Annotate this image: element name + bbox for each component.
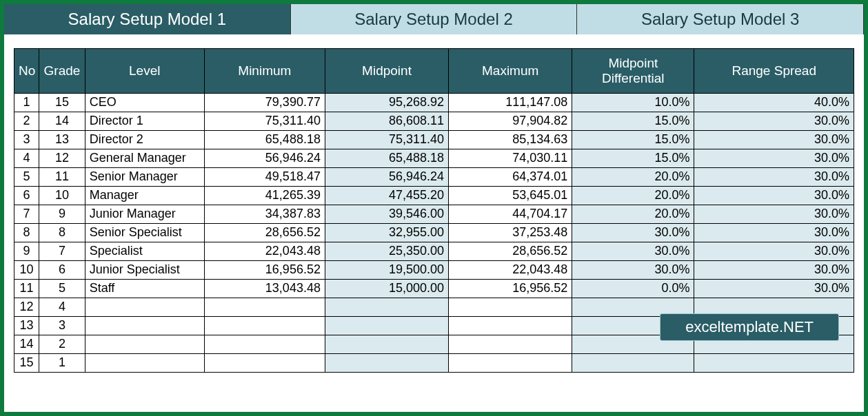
cell-mid: 19,500.00 — [325, 260, 448, 279]
header-no: No — [14, 49, 39, 94]
cell-level: Specialist — [85, 242, 204, 260]
cell-grade: 5 — [39, 279, 85, 298]
table-row: 79Junior Manager34,387.8339,546.0044,704… — [14, 205, 854, 223]
cell-no: 4 — [14, 149, 39, 167]
cell-min — [204, 298, 325, 316]
cell-diff: 0.0% — [572, 279, 694, 298]
cell-grade: 10 — [39, 186, 85, 205]
cell-level: General Manager — [85, 149, 204, 167]
cell-diff: 30.0% — [572, 260, 694, 279]
cell-no: 11 — [14, 279, 39, 298]
cell-spread: 30.0% — [694, 260, 854, 279]
cell-mid — [325, 316, 448, 335]
cell-spread: 30.0% — [694, 205, 854, 223]
cell-max: 111,147.08 — [449, 93, 572, 112]
cell-spread: 30.0% — [694, 279, 854, 298]
table-row: 412General Manager56,946.2465,488.1874,0… — [14, 149, 854, 167]
model-tabs: Salary Setup Model 1 Salary Setup Model … — [4, 4, 864, 34]
cell-max: 37,253.48 — [449, 223, 572, 242]
cell-max — [449, 316, 572, 335]
cell-mid: 95,268.92 — [325, 93, 448, 112]
tab-model-2[interactable]: Salary Setup Model 2 — [291, 4, 578, 34]
tab-model-1[interactable]: Salary Setup Model 1 — [4, 4, 291, 34]
cell-mid — [325, 335, 448, 353]
cell-grade: 6 — [39, 260, 85, 279]
cell-level: Junior Manager — [85, 205, 204, 223]
cell-no: 12 — [14, 298, 39, 316]
cell-no: 6 — [14, 186, 39, 205]
cell-max: 85,134.63 — [449, 130, 572, 149]
cell-max: 97,904.82 — [449, 112, 572, 130]
cell-spread: 40.0% — [694, 93, 854, 112]
cell-spread: 30.0% — [694, 149, 854, 167]
cell-grade: 8 — [39, 223, 85, 242]
cell-level — [85, 335, 204, 353]
cell-spread: 30.0% — [694, 112, 854, 130]
cell-diff: 15.0% — [572, 149, 694, 167]
cell-no: 15 — [14, 353, 39, 372]
cell-min: 22,043.48 — [204, 242, 325, 260]
cell-mid: 25,350.00 — [325, 242, 448, 260]
header-level: Level — [85, 49, 204, 94]
tab-model-3[interactable]: Salary Setup Model 3 — [577, 4, 864, 34]
cell-grade: 3 — [39, 316, 85, 335]
cell-level: Director 2 — [85, 130, 204, 149]
cell-grade: 14 — [39, 112, 85, 130]
cell-grade: 4 — [39, 298, 85, 316]
cell-mid: 39,546.00 — [325, 205, 448, 223]
cell-grade: 9 — [39, 205, 85, 223]
cell-min — [204, 335, 325, 353]
cell-mid: 47,455.20 — [325, 186, 448, 205]
table-row: 313Director 265,488.1875,311.4085,134.63… — [14, 130, 854, 149]
cell-spread — [694, 353, 854, 372]
table-row: 115CEO79,390.7795,268.92111,147.0810.0%4… — [14, 93, 854, 112]
cell-mid: 32,955.00 — [325, 223, 448, 242]
cell-grade: 12 — [39, 149, 85, 167]
table-row: 88Senior Specialist28,656.5232,955.0037,… — [14, 223, 854, 242]
cell-max — [449, 335, 572, 353]
table-row: 214Director 175,311.4086,608.1197,904.82… — [14, 112, 854, 130]
cell-max: 74,030.11 — [449, 149, 572, 167]
cell-level: Director 1 — [85, 112, 204, 130]
cell-grade: 13 — [39, 130, 85, 149]
cell-diff: 15.0% — [572, 130, 694, 149]
cell-level: CEO — [85, 93, 204, 112]
cell-spread: 30.0% — [694, 242, 854, 260]
table-row: 151 — [14, 353, 854, 372]
cell-mid: 15,000.00 — [325, 279, 448, 298]
cell-level: Junior Specialist — [85, 260, 204, 279]
cell-min: 16,956.52 — [204, 260, 325, 279]
cell-max: 28,656.52 — [449, 242, 572, 260]
watermark-label: exceltemplate.NET — [660, 313, 839, 341]
cell-no: 9 — [14, 242, 39, 260]
table-row: 97Specialist22,043.4825,350.0028,656.523… — [14, 242, 854, 260]
cell-grade: 2 — [39, 335, 85, 353]
header-grade: Grade — [39, 49, 85, 94]
cell-no: 10 — [14, 260, 39, 279]
cell-diff: 30.0% — [572, 223, 694, 242]
cell-min: 41,265.39 — [204, 186, 325, 205]
header-spread: Range Spread — [694, 49, 854, 94]
cell-min — [204, 353, 325, 372]
cell-min: 49,518.47 — [204, 167, 325, 186]
cell-max: 64,374.01 — [449, 167, 572, 186]
cell-min: 13,043.48 — [204, 279, 325, 298]
cell-no: 3 — [14, 130, 39, 149]
cell-min: 28,656.52 — [204, 223, 325, 242]
header-diff: Midpoint Differential — [572, 49, 694, 94]
cell-min: 75,311.40 — [204, 112, 325, 130]
cell-diff: 20.0% — [572, 186, 694, 205]
cell-max — [449, 298, 572, 316]
cell-mid: 75,311.40 — [325, 130, 448, 149]
cell-diff — [572, 353, 694, 372]
cell-max: 53,645.01 — [449, 186, 572, 205]
cell-mid: 86,608.11 — [325, 112, 448, 130]
cell-spread: 30.0% — [694, 223, 854, 242]
cell-max: 16,956.52 — [449, 279, 572, 298]
cell-spread: 30.0% — [694, 167, 854, 186]
cell-grade: 1 — [39, 353, 85, 372]
cell-mid: 65,488.18 — [325, 149, 448, 167]
cell-diff: 15.0% — [572, 112, 694, 130]
cell-diff: 10.0% — [572, 93, 694, 112]
cell-diff: 20.0% — [572, 205, 694, 223]
